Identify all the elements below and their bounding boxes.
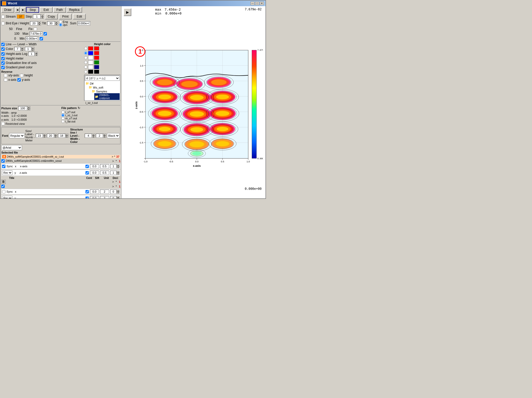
section-b-x-val2[interactable]: 2 [100,190,109,194]
refresh-icon[interactable]: ↻ [78,106,80,110]
width-up[interactable]: ▲ [31,47,34,49]
color-checkbox[interactable] [1,47,5,51]
section-b-y-val2[interactable]: 2 [100,196,109,198]
exit-button[interactable]: Exit [40,7,53,13]
width-down[interactable]: ▼ [31,49,34,51]
section-b-star2[interactable]: * [116,185,117,188]
path-button[interactable]: Path [53,7,66,13]
sby-down[interactable]: ▼ [117,198,120,198]
height-value[interactable]: 20 [30,21,38,25]
hc-radio4[interactable] [84,61,87,64]
section-b-y-checkbox[interactable] [85,197,89,199]
ry-down[interactable]: ▼ [117,173,120,175]
minimize-button[interactable]: — [250,2,255,5]
sync-checkbox[interactable] [2,165,5,168]
hc-radio2[interactable] [84,52,87,55]
font-type-select[interactable]: Regular [9,133,25,138]
step-down[interactable]: ▼ [41,17,44,19]
hc-color-black[interactable] [88,70,93,74]
font-name-select[interactable]: @Arial [1,145,22,150]
sby-up[interactable]: ▲ [117,196,120,198]
hc-color-red1[interactable] [88,46,93,50]
color-up[interactable]: ▲ [21,47,24,49]
section-b-rect-select[interactable]: Rect [2,196,12,198]
section-b-x-val1[interactable]: 0.0 [90,190,99,194]
file-b-checkbox[interactable] [1,159,5,163]
next-button[interactable]: ► [20,7,26,13]
sz-up[interactable]: ▲ [43,134,46,136]
section-b-star[interactable]: * [116,180,117,183]
rect-select[interactable]: Rect [2,170,12,175]
rect-y-val1[interactable]: 0.0 [90,171,99,175]
copy-button[interactable]: Copy [45,14,58,19]
stream-checkbox[interactable] [1,15,5,18]
color-down[interactable]: ▼ [21,49,24,51]
log-up[interactable]: ▲ [35,52,38,54]
sw-up[interactable]: ▲ [103,134,106,136]
struct-level[interactable] [85,134,92,138]
replica-button[interactable]: Replica [67,7,82,13]
hc-color-white[interactable] [88,56,93,60]
tilt-down[interactable]: ▼ [55,23,58,25]
hc-radio3[interactable] [84,56,87,59]
sync-x-val1[interactable]: 0.0 [90,164,99,168]
tree-item-wssoft[interactable]: 📁 Ws_soft [88,85,120,89]
axis-y-checkbox[interactable] [85,171,89,175]
hc-color-black2[interactable] [94,70,99,74]
hc-color-green[interactable] [94,60,99,64]
height-meter-checkbox[interactable] [1,57,5,60]
tilt-up[interactable]: ▲ [55,21,58,23]
width-val[interactable]: 1 [25,47,31,51]
print-button[interactable]: Print [59,14,72,19]
hc-color-red3[interactable] [94,51,99,55]
tilt-value[interactable]: 30 [47,21,55,25]
gradient-checkbox[interactable] [1,66,5,69]
restricted-checkbox[interactable] [1,122,5,125]
fp-radio4[interactable] [61,120,64,123]
height-up[interactable]: ▲ [38,21,41,23]
bird-eye-checkbox[interactable] [1,22,5,25]
height-down[interactable]: ▼ [38,23,41,25]
nb-down[interactable]: ▼ [65,136,68,138]
struct-color-select[interactable]: Black [107,133,120,138]
hc-color-white2[interactable] [88,60,93,64]
tree-item-d[interactable]: 📁 D¥ [85,82,120,85]
size-val[interactable] [36,134,43,138]
tree-item-selected[interactable]: 📁 230601-cnt&mnt [94,93,120,100]
hc-color-red2[interactable] [94,46,99,50]
fp-radio2[interactable] [61,114,64,117]
section-b-x-checkbox[interactable] [85,190,89,193]
height-checkbox[interactable] [20,74,23,77]
y-axis-checkbox[interactable] [17,78,21,82]
xy-axis-checkbox[interactable] [4,74,7,77]
ps-down[interactable]: ▼ [27,108,30,110]
fp-radio3[interactable] [61,117,64,120]
max-value[interactable]: 7.679e-02 [30,32,42,36]
sbx-up[interactable]: ▲ [117,190,120,192]
x-axis-checkbox[interactable] [4,78,7,82]
section-b-y-val1[interactable]: 0.0 [90,196,99,198]
step-up[interactable]: ▲ [41,15,44,17]
log-down[interactable]: ▼ [35,54,38,56]
tree-item-samples[interactable]: 📁 Samples [91,89,120,93]
section-b-sync-checkbox[interactable] [2,190,5,193]
fix-min-checkbox[interactable] [40,37,43,40]
fix-checkbox1[interactable] [34,27,37,31]
section-b-checkbox[interactable] [1,185,5,188]
numb-val[interactable] [58,134,65,138]
color-val[interactable]: 7 [14,47,21,51]
section-b-y-val3[interactable] [110,196,117,198]
sbx-down[interactable]: ▼ [117,192,120,194]
hc-color-white3[interactable] [88,65,93,69]
axis-x-checkbox[interactable] [85,165,89,168]
prev-button[interactable]: ◄ [15,7,20,13]
struct-width[interactable] [96,134,103,138]
step-value[interactable]: 1 [33,15,41,19]
hc-color-red4[interactable] [94,56,99,60]
sx-up[interactable]: ▲ [117,164,120,166]
ry-up[interactable]: ▲ [117,171,120,173]
hc-radio1[interactable] [84,47,87,50]
edit-button[interactable]: Edit [73,14,86,19]
fix-max-checkbox[interactable] [44,32,47,35]
file-a-star[interactable]: * [114,155,115,158]
